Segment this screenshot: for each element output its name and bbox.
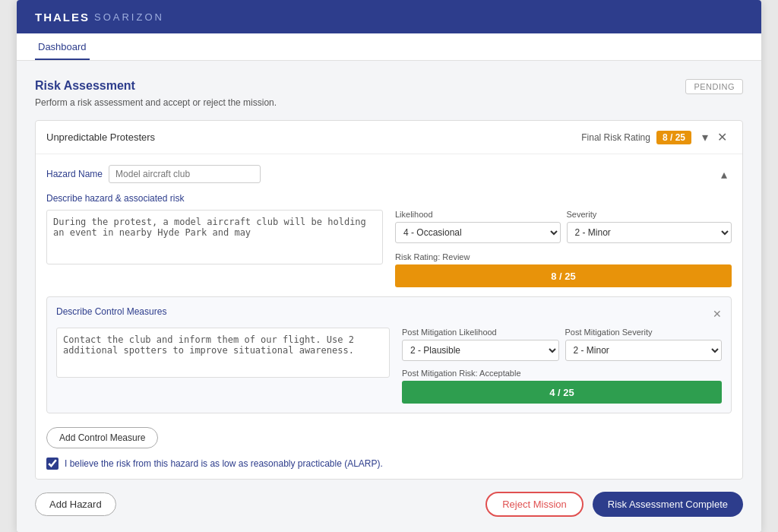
post-severity-group: Post Mitigation Severity 2 - Minor 1 - N… — [565, 328, 723, 361]
hazard-section: Hazard Name Describe hazard & associated… — [36, 154, 742, 479]
risk-rating-label: Risk Rating: Review — [395, 252, 732, 261]
status-badge: PENDING — [685, 79, 743, 94]
hazard-description-group: During the protest, a model aircraft clu… — [46, 210, 383, 287]
likelihood-group: Likelihood 4 - Occasional 1 - Remote 2 -… — [395, 210, 561, 243]
logo-thales: THALES — [35, 11, 90, 24]
tab-dashboard[interactable]: Dashboard — [35, 33, 90, 60]
close-icon: ✕ — [717, 130, 727, 144]
remove-control-button[interactable]: ✕ — [713, 308, 722, 320]
remove-risk-button[interactable]: ✕ — [713, 128, 732, 146]
logo-soarizon: SOARIZON — [94, 11, 164, 23]
risk-rating-row: Risk Rating: Review 8 / 25 — [395, 252, 732, 287]
likelihood-severity-group: Likelihood 4 - Occasional 1 - Remote 2 -… — [395, 210, 732, 287]
cm-description-textarea[interactable]: Contact the club and inform them of our … — [56, 328, 390, 378]
complete-button[interactable]: Risk Assessment Complete — [593, 492, 743, 517]
severity-group: Severity 2 - Minor 1 - Negligible 3 - Mo… — [567, 210, 732, 243]
footer-row: Add Hazard Reject Mission Risk Assessmen… — [35, 492, 743, 517]
add-hazard-button[interactable]: Add Hazard — [35, 492, 116, 516]
describe-hazard-link[interactable]: Describe hazard & associated risk — [46, 193, 184, 204]
post-likelihood-group: Post Mitigation Likelihood 2 - Plausible… — [402, 328, 559, 361]
page-header: Risk Assessment PENDING — [35, 79, 743, 94]
add-control-button[interactable]: Add Control Measure — [46, 427, 158, 448]
severity-select[interactable]: 2 - Minor 1 - Negligible 3 - Moderate 4 … — [567, 222, 732, 243]
nav-tabs: Dashboard — [17, 33, 761, 61]
alarp-checkbox[interactable] — [46, 458, 59, 470]
describe-control-link[interactable]: Describe Control Measures — [56, 306, 166, 317]
chevron-up-icon — [721, 167, 727, 182]
hazard-name-row: Hazard Name — [46, 165, 732, 183]
alarp-label: I believe the risk from this hazard is a… — [65, 458, 383, 469]
final-risk-value: 8 / 25 — [656, 131, 691, 144]
post-risk-rating-row: Post Mitigation Risk: Acceptable 4 / 25 — [402, 369, 722, 404]
page-subtitle: Perform a risk assessment and accept or … — [35, 97, 743, 108]
post-ls-row: Post Mitigation Likelihood 2 - Plausible… — [402, 328, 722, 361]
top-bar: THALES SOARIZON — [17, 0, 761, 33]
alarp-row: I believe the risk from this hazard is a… — [46, 458, 732, 470]
risk-bar-orange: 8 / 25 — [395, 264, 732, 287]
collapse-hazard-button[interactable] — [716, 166, 732, 183]
risk-item-name: Unpredictable Protesters — [46, 131, 581, 143]
post-likelihood-select[interactable]: 2 - Plausible 1 - Remote 3 - Possible 4 … — [402, 340, 559, 361]
cm-header: Describe Control Measures ✕ — [56, 306, 722, 321]
cm-right: Post Mitigation Likelihood 2 - Plausible… — [402, 328, 722, 404]
risk-card: Unpredictable Protesters Final Risk Rati… — [35, 120, 743, 480]
hazard-description-textarea[interactable]: During the protest, a model aircraft clu… — [46, 210, 383, 264]
hazard-name-input[interactable] — [109, 165, 261, 183]
post-risk-label: Post Mitigation Risk: Acceptable — [402, 369, 722, 378]
expand-risk-button[interactable] — [697, 128, 713, 146]
app-wrapper: THALES SOARIZON Dashboard Risk Assessmen… — [17, 0, 761, 532]
control-measure-card: Describe Control Measures ✕ Contact the … — [46, 296, 732, 413]
hazard-body: During the protest, a model aircraft clu… — [46, 210, 732, 287]
chevron-down-icon — [702, 130, 708, 144]
risk-bar-green: 4 / 25 — [402, 381, 722, 404]
final-risk-label: Final Risk Rating — [581, 132, 650, 143]
likelihood-label: Likelihood — [395, 210, 561, 219]
page-title: Risk Assessment — [35, 79, 135, 93]
ls-row: Likelihood 4 - Occasional 1 - Remote 2 -… — [395, 210, 732, 243]
post-severity-label: Post Mitigation Severity — [565, 328, 723, 337]
post-severity-select[interactable]: 2 - Minor 1 - Negligible 3 - Moderate 4 … — [565, 340, 723, 361]
likelihood-select[interactable]: 4 - Occasional 1 - Remote 2 - Unlikely 3… — [395, 222, 561, 243]
main-content: Risk Assessment PENDING Perform a risk a… — [17, 61, 761, 532]
hazard-name-label: Hazard Name — [46, 169, 103, 179]
reject-mission-button[interactable]: Reject Mission — [485, 492, 584, 517]
cm-body: Contact the club and inform them of our … — [56, 328, 722, 404]
severity-label: Severity — [567, 210, 732, 219]
footer-right-buttons: Reject Mission Risk Assessment Complete — [485, 492, 743, 517]
post-likelihood-label: Post Mitigation Likelihood — [402, 328, 559, 337]
risk-header-row: Unpredictable Protesters Final Risk Rati… — [36, 121, 742, 154]
